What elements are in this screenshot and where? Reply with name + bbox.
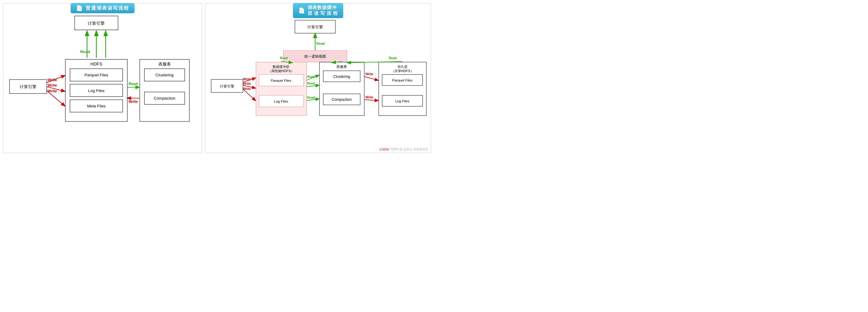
right-diagram-svg: 计算引擎 统一逻辑视图 Read 计算引擎 数据缓冲层 （高性能HDFS） Pa… [206, 3, 431, 153]
svg-text:Read: Read [128, 82, 137, 86]
svg-text:计算引擎: 计算引擎 [307, 25, 323, 29]
svg-text:Log Files: Log Files [395, 99, 409, 103]
right-panel-title: 📄 湖表数据缓冲层 读 写 流 程 [293, 3, 343, 18]
doc-icon-left: 📄 [76, 5, 83, 11]
svg-text:统一逻辑视图: 统一逻辑视图 [304, 54, 326, 59]
svg-rect-32 [295, 20, 335, 33]
svg-rect-65 [379, 62, 427, 116]
svg-line-60 [306, 85, 319, 87]
svg-line-49 [243, 89, 255, 101]
svg-line-59 [306, 75, 319, 80]
watermark: CSDN CSDN @ 京东云·开发者社区 [379, 147, 428, 151]
svg-line-48 [243, 85, 255, 88]
svg-rect-6 [65, 59, 128, 122]
svg-line-73 [365, 100, 378, 101]
svg-text:Read: Read [316, 41, 325, 45]
svg-text:Log Files: Log Files [274, 100, 288, 103]
svg-text:（共享HDFS）: （共享HDFS） [391, 69, 414, 73]
svg-rect-14 [10, 80, 47, 93]
svg-text:数据缓冲层: 数据缓冲层 [273, 65, 289, 68]
svg-text:计算引擎: 计算引擎 [220, 84, 234, 88]
svg-text:Clustering: Clustering [156, 73, 174, 77]
svg-text:表服务: 表服务 [336, 64, 347, 69]
svg-text:Clustering: Clustering [333, 75, 350, 79]
svg-rect-57 [323, 94, 361, 105]
svg-line-76 [281, 61, 292, 63]
svg-line-72 [365, 77, 378, 80]
svg-text:Compaction: Compaction [332, 97, 352, 102]
svg-text:计算引擎: 计算引擎 [20, 84, 36, 89]
left-diagram-svg: 计算引擎 Read HDFS Parquet Files Log Files M… [3, 3, 202, 153]
svg-text:Write: Write [48, 83, 57, 87]
svg-rect-70 [382, 95, 423, 106]
svg-text:Read: Read [389, 56, 397, 60]
svg-line-77 [332, 61, 342, 63]
svg-text:（高性能HDFS）: （高性能HDFS） [268, 69, 294, 73]
svg-text:Parquet Files: Parquet Files [85, 73, 108, 77]
svg-rect-22 [140, 59, 189, 122]
svg-text:Write: Write [243, 87, 251, 90]
svg-rect-38 [211, 79, 243, 92]
doc-icon-right: 📄 [298, 7, 305, 14]
left-panel: 📄 普通湖表读写流程 计算引擎 Read HDFS Parquet Files [3, 3, 202, 153]
svg-text:Write: Write [48, 89, 57, 93]
svg-rect-43 [259, 75, 303, 86]
svg-rect-24 [145, 69, 185, 81]
svg-text:Parquet Files: Parquet Files [271, 79, 291, 82]
svg-line-18 [47, 91, 65, 106]
svg-rect-34 [283, 51, 347, 62]
svg-rect-26 [145, 92, 185, 105]
svg-text:持久层: 持久层 [398, 65, 407, 68]
svg-rect-12 [70, 100, 123, 112]
svg-text:Write: Write [366, 72, 373, 76]
svg-text:Meta Files: Meta Files [87, 104, 106, 108]
svg-rect-68 [382, 75, 423, 85]
svg-rect-45 [259, 95, 303, 107]
svg-line-47 [243, 78, 255, 82]
svg-rect-8 [70, 69, 123, 81]
svg-text:Read: Read [307, 82, 315, 85]
right-panel: 📄 湖表数据缓冲层 读 写 流 程 计算引擎 统一逻辑视图 Read [205, 3, 431, 153]
svg-line-17 [47, 87, 65, 91]
svg-text:Compaction: Compaction [154, 96, 175, 101]
svg-text:表服务: 表服务 [158, 61, 171, 66]
svg-text:Write: Write [366, 95, 373, 99]
svg-rect-0 [74, 16, 118, 30]
svg-rect-53 [319, 62, 364, 116]
svg-rect-55 [323, 71, 361, 82]
svg-line-61 [306, 99, 319, 101]
svg-text:计算引擎: 计算引擎 [88, 21, 105, 26]
svg-line-78 [347, 61, 402, 63]
svg-text:Write: Write [48, 78, 57, 82]
svg-rect-40 [256, 62, 307, 116]
svg-text:Log Files: Log Files [88, 88, 105, 93]
left-panel-title: 📄 普通湖表读写流程 [70, 3, 134, 13]
svg-text:Read: Read [280, 56, 288, 60]
svg-text:Parquet Files: Parquet Files [392, 79, 412, 82]
svg-text:Read: Read [307, 96, 315, 99]
main-container: 📄 普通湖表读写流程 计算引擎 Read HDFS Parquet Files [0, 0, 434, 156]
svg-rect-10 [70, 84, 123, 96]
svg-text:HDFS: HDFS [91, 61, 102, 66]
svg-text:Read: Read [307, 75, 315, 79]
svg-text:Write: Write [243, 77, 251, 81]
svg-text:Write: Write [128, 100, 138, 104]
svg-text:Read: Read [80, 50, 90, 54]
svg-line-16 [47, 76, 65, 83]
svg-text:Write: Write [243, 82, 251, 85]
